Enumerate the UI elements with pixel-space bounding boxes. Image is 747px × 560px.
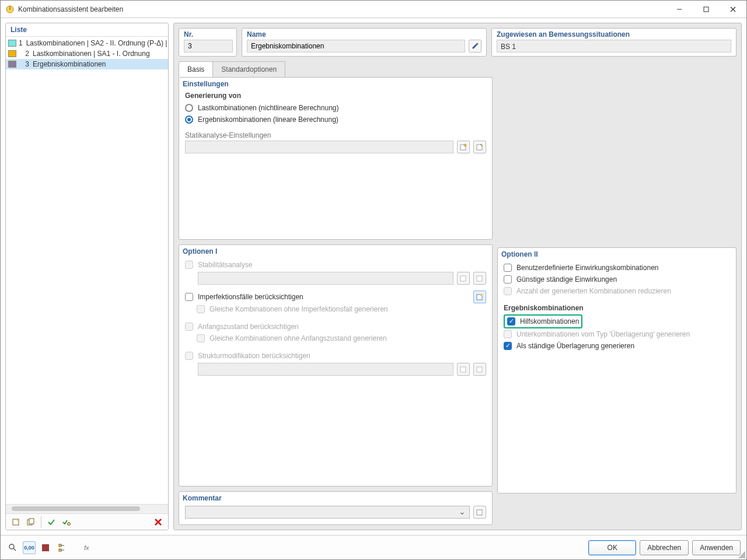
chk-favorable[interactable]: Günstige ständige Einwirkungen [504,274,730,285]
svg-rect-20 [477,367,482,372]
name-input[interactable] [247,40,465,52]
stability-input [198,272,453,285]
app-icon [5,5,15,14]
settings-title: Einstellungen [183,80,488,88]
color-icon[interactable] [39,541,52,554]
window-title: Kombinationsassistent bearbeiten [18,5,666,13]
nr-label: Nr. [179,29,236,38]
kommentar-edit-icon[interactable] [473,506,486,519]
svg-rect-19 [460,367,466,372]
check-settings-icon[interactable] [60,516,73,528]
row-label: Lastkombinationen | SA1 - I. Ordnung [33,50,150,58]
static-analysis-label: Statikanalyse-Einstellungen [185,131,486,139]
copy-icon[interactable] [25,516,37,528]
list-item[interactable]: 1 Lastkombinationen | SA2 - II. Ordnung … [6,38,168,48]
svg-point-13 [464,144,466,146]
tree-icon[interactable] [55,541,68,554]
assigned-label: Zugewiesen an Bemessungssituationen [492,29,736,38]
stability-edit-icon [473,272,486,285]
edit-settings-icon[interactable] [473,141,486,153]
check-green-icon[interactable] [45,516,58,528]
maximize-button[interactable] [693,1,720,18]
chk-imperfection[interactable]: Imperfektionsfälle berücksichtigen [185,291,469,303]
search-icon[interactable] [6,541,19,554]
chk-user-combinations[interactable]: Benutzerdefinierte Einwirkungskombinatio… [504,262,730,274]
options1-title: Optionen I [183,247,488,256]
struct-edit-icon [473,363,486,376]
resize-grip[interactable] [738,551,745,558]
kommentar-combo[interactable] [185,506,470,519]
row-number: 1 [19,39,23,47]
svg-line-23 [13,548,16,551]
ok-button[interactable]: OK [588,540,636,555]
static-analysis-input [185,141,453,153]
row-label: Lastkombinationen | SA2 - II. Ordnung (P… [26,39,168,47]
chk-imperfection-sub: Gleiche Kombinationen ohne Imperfektions… [197,303,486,315]
svg-point-18 [480,294,483,296]
svg-rect-25 [59,544,61,547]
color-swatch [8,50,16,57]
color-swatch [8,40,16,47]
edit-name-icon[interactable] [469,40,481,52]
struct-mod-input [198,363,453,376]
svg-point-22 [9,544,14,549]
chk-hilfskombinationen[interactable]: ✓Hilfskombinationen [507,316,579,327]
svg-rect-16 [477,276,482,281]
cancel-button[interactable]: Abbrechen [640,540,689,555]
svg-point-9 [68,522,71,525]
chk-unterkombinationen: Unterkombinationen vom Typ 'Überlagerung… [504,328,730,340]
list-header: Liste [6,23,168,37]
row-number: 3 [19,60,29,68]
stability-new-icon [457,272,470,285]
chk-reduce: Anzahl der generierten Kombinationen red… [504,285,730,297]
svg-rect-3 [704,7,708,12]
list-item[interactable]: 2 Lastkombinationen | SA1 - I. Ordnung [6,48,168,59]
tab-basis[interactable]: Basis [179,61,213,77]
list[interactable]: 1 Lastkombinationen | SA2 - II. Ordnung … [6,37,168,504]
minimize-button[interactable] [666,1,693,18]
svg-rect-24 [42,544,49,551]
color-swatch [8,61,16,68]
chk-permanent-overlay[interactable]: ✓Als ständige Überlagerung generieren [504,340,730,352]
kommentar-title: Kommentar [183,494,488,502]
svg-text:fx: fx [84,544,89,551]
chk-initial-state-sub: Gleiche Kombinationen ohne Anfangszustan… [197,332,486,344]
new-settings-icon[interactable] [457,141,470,153]
row-label: Ergebniskombinationen [33,60,106,68]
radio-lastkombinationen[interactable]: Lastkombinationen (nichtlineare Berechnu… [185,102,486,114]
ek-subtitle: Ergebniskombinationen [504,304,730,312]
titlebar: Kombinationsassistent bearbeiten [1,1,746,18]
units-icon[interactable]: 0,00 [23,541,36,554]
function-icon[interactable]: fx [81,541,94,554]
chk-stability: Stabilitätsanalyse [185,259,486,271]
tab-standard[interactable]: Standardoptionen [212,61,285,77]
apply-button[interactable]: Anwenden [692,540,741,555]
close-button[interactable] [720,1,746,18]
options2-title: Optionen II [501,250,732,258]
generation-label: Generierung von [185,92,486,100]
assigned-value: BS 1 [497,40,731,52]
svg-rect-8 [29,519,34,524]
row-number: 2 [19,50,29,58]
horizontal-scrollbar[interactable] [6,504,168,513]
new-icon[interactable] [9,516,22,528]
list-item[interactable]: 3 Ergebniskombinationen [6,59,168,69]
radio-ergebniskombinationen[interactable]: Ergebniskombinationen (lineare Berechnun… [185,114,486,125]
name-label: Name [242,29,486,38]
struct-new-icon [457,363,470,376]
svg-rect-15 [460,276,466,281]
svg-rect-26 [59,549,61,551]
chk-struct-mod: Strukturmodifikation berücksichtigen [185,350,486,362]
imperfection-settings-icon[interactable] [473,290,486,303]
svg-rect-21 [477,510,482,515]
nr-input[interactable] [184,40,233,52]
chk-initial-state: Anfangszustand berücksichtigen [185,321,486,332]
delete-icon[interactable] [152,516,165,528]
svg-rect-1 [9,6,11,10]
